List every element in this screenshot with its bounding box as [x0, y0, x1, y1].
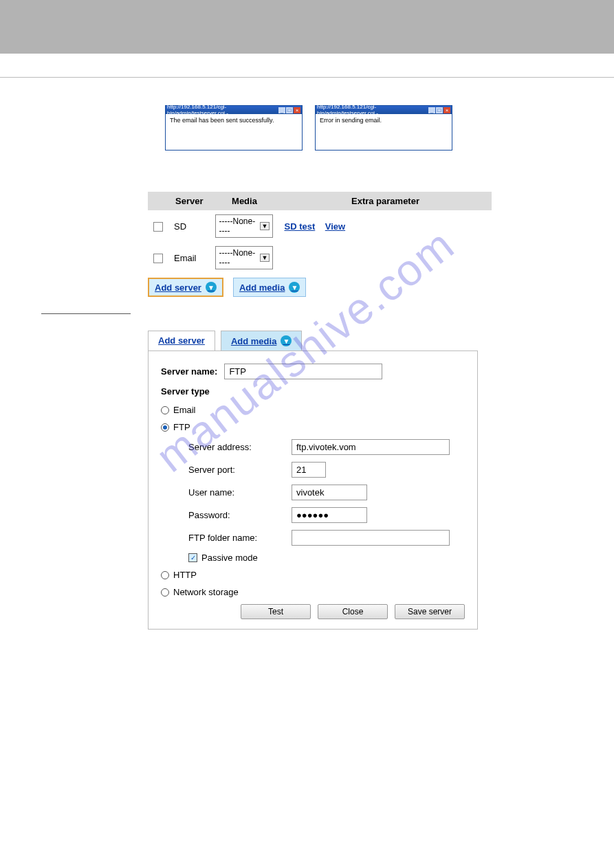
ftp-address-label: Server address:	[188, 442, 292, 452]
checkbox-email[interactable]	[153, 254, 163, 263]
section-divider	[41, 313, 131, 314]
checkbox-sd[interactable]	[153, 222, 163, 232]
add-media-label: Add media	[239, 282, 285, 293]
save-server-button[interactable]: Save server	[395, 604, 465, 619]
table-row: SD -----None----- ▼ SD test View	[148, 210, 492, 242]
ftp-address-input[interactable]	[292, 439, 450, 455]
top-bar	[0, 0, 614, 54]
server-media-block: Server Media Extra parameter SD -----Non…	[148, 192, 573, 297]
radio-ftp-row[interactable]: FTP	[161, 422, 465, 432]
passive-mode-checkbox[interactable]	[188, 553, 197, 562]
select-value: -----None-----	[219, 216, 255, 236]
server-form: Server name: Server type Email FTP Serve…	[148, 350, 478, 630]
close-icon[interactable]: ×	[443, 107, 450, 113]
media-select-email[interactable]: -----None----- ▼	[215, 246, 273, 269]
col-media: Media	[210, 192, 278, 210]
close-icon[interactable]: ×	[294, 107, 300, 113]
popup-row: http://192.168.5.121/cgi-bin/admin/tests…	[165, 105, 573, 151]
popup-error: http://192.168.5.121/cgi-bin/admin/tests…	[315, 105, 452, 151]
chevron-down-icon: ▼	[260, 254, 270, 262]
chevron-down-icon: ▼	[281, 335, 292, 346]
radio-ftp[interactable]	[161, 423, 169, 432]
popup-titlebar: http://192.168.5.121/cgi-bin/admin/tests…	[316, 106, 452, 114]
tab-add-media[interactable]: Add media ▼	[221, 331, 302, 350]
server-name-input[interactable]	[224, 364, 382, 379]
radio-network-storage[interactable]	[161, 588, 169, 597]
radio-http-label: HTTP	[173, 570, 197, 580]
server-name-sd: SD	[168, 210, 210, 242]
ftp-port-input[interactable]	[292, 462, 326, 478]
select-value: -----None-----	[219, 248, 255, 267]
view-link[interactable]: View	[325, 221, 345, 232]
maximize-icon[interactable]: □	[286, 107, 293, 113]
test-button[interactable]: Test	[241, 604, 311, 619]
tab-add-server[interactable]: Add server	[148, 331, 215, 350]
radio-email-row[interactable]: Email	[161, 405, 465, 415]
server-name-label: Server name:	[161, 366, 217, 377]
ftp-user-input[interactable]	[292, 485, 367, 500]
passive-mode-row[interactable]: Passive mode	[188, 553, 465, 563]
popup-success: http://192.168.5.121/cgi-bin/admin/tests…	[165, 105, 303, 151]
chevron-down-icon: ▼	[260, 222, 270, 230]
passive-mode-label: Passive mode	[201, 553, 258, 563]
col-extra: Extra parameter	[278, 192, 492, 210]
radio-email-label: Email	[173, 405, 196, 415]
chevron-down-icon: ▼	[206, 282, 217, 293]
close-button[interactable]: Close	[318, 604, 388, 619]
server-type-label: Server type	[161, 386, 458, 397]
radio-http-row[interactable]: HTTP	[161, 570, 465, 580]
server-table: Server Media Extra parameter SD -----Non…	[148, 192, 492, 274]
form-buttons: Test Close Save server	[161, 604, 465, 619]
maximize-icon[interactable]: □	[436, 107, 443, 113]
add-media-button[interactable]: Add media ▼	[233, 278, 306, 297]
add-server-label: Add server	[155, 282, 201, 293]
table-header-row: Server Media Extra parameter	[148, 192, 492, 210]
window-controls: _ □ ×	[278, 107, 300, 113]
radio-email[interactable]	[161, 406, 169, 414]
ftp-folder-label: FTP folder name:	[188, 533, 292, 543]
add-buttons-row: Add server ▼ Add media ▼	[148, 278, 573, 297]
minimize-icon[interactable]: _	[428, 107, 435, 113]
window-controls: _ □ ×	[428, 107, 450, 113]
form-tabs: Add server Add media ▼	[148, 331, 573, 350]
add-server-button[interactable]: Add server ▼	[148, 278, 223, 297]
radio-ftp-label: FTP	[173, 422, 190, 432]
radio-ns-row[interactable]: Network storage	[161, 587, 465, 597]
col-server: Server	[168, 192, 210, 210]
table-row: Email -----None----- ▼	[148, 242, 492, 274]
server-name-email: Email	[168, 242, 210, 274]
server-name-row: Server name:	[161, 364, 465, 379]
media-select-sd[interactable]: -----None----- ▼	[215, 214, 273, 238]
popup-title-text: http://192.168.5.121/cgi-bin/admin/tests…	[167, 104, 278, 116]
ftp-password-input[interactable]: ●●●●●●	[292, 507, 367, 523]
radio-http[interactable]	[161, 571, 169, 579]
popup-title-text: http://192.168.5.121/cgi-bin/admin/tests…	[317, 104, 428, 116]
ftp-user-label: User name:	[188, 487, 292, 498]
minimize-icon[interactable]: _	[278, 107, 285, 113]
tab-add-media-label: Add media	[231, 336, 276, 346]
ftp-port-label: Server port:	[188, 465, 292, 475]
ftp-folder-input[interactable]	[292, 530, 450, 546]
ftp-fields: Server address: Server port: User name: …	[188, 439, 465, 563]
radio-ns-label: Network storage	[173, 587, 239, 597]
chevron-down-icon: ▼	[289, 282, 300, 293]
sd-test-link[interactable]: SD test	[284, 221, 315, 232]
ftp-password-label: Password:	[188, 510, 292, 520]
popup-titlebar: http://192.168.5.121/cgi-bin/admin/tests…	[166, 106, 302, 114]
